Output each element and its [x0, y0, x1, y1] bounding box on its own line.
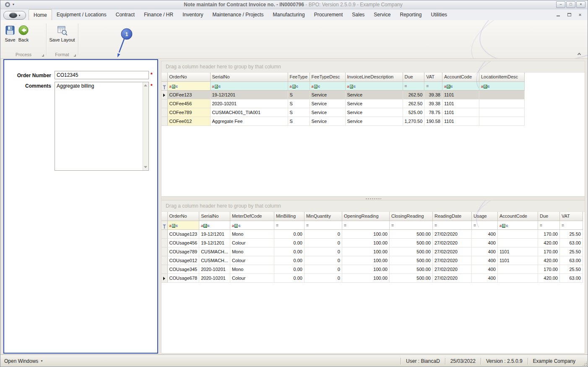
filter-cell[interactable]: aBc — [345, 81, 403, 90]
cell[interactable]: 25.50 — [559, 247, 583, 256]
cell[interactable]: 100.00 — [342, 247, 389, 256]
filter-cell[interactable]: = — [274, 221, 304, 229]
cell[interactable]: COUsage678 — [167, 273, 199, 282]
open-windows-button[interactable]: Open Windows ▾ — [0, 355, 47, 367]
cell[interactable]: 400 — [471, 265, 497, 273]
cell[interactable]: CUSMACH001_TIA001 — [210, 108, 288, 117]
scroll-up-icon[interactable] — [144, 84, 147, 86]
grid-splitter[interactable] — [161, 196, 585, 200]
tab-inventory[interactable]: Inventory — [178, 9, 208, 20]
cell[interactable]: 1101 — [442, 117, 479, 125]
cell[interactable]: S — [288, 117, 310, 125]
cell[interactable]: Aggregate Fee — [210, 117, 288, 125]
filter-cell[interactable]: aBc — [288, 81, 310, 90]
filter-cell[interactable]: aBc — [230, 221, 274, 229]
cell[interactable]: 0 — [304, 229, 342, 238]
quick-access-caret-icon[interactable]: ▾ — [13, 3, 14, 6]
minimize-button[interactable]: – — [556, 1, 565, 8]
filter-cell[interactable]: = — [559, 221, 583, 229]
cell[interactable]: Colour — [230, 256, 274, 265]
application-menu-button[interactable]: ▾ — [3, 11, 26, 20]
filter-cell[interactable]: aBc — [497, 221, 538, 229]
dialog-launcher-icon[interactable] — [74, 55, 76, 57]
cell[interactable]: 39.38 — [424, 90, 442, 99]
cell[interactable]: 500.00 — [389, 265, 432, 273]
cell[interactable]: 27/02/2020 — [432, 256, 471, 265]
column-header-readingdate[interactable]: ReadingDate — [432, 212, 471, 221]
filter-cell[interactable]: = — [424, 81, 442, 90]
cell[interactable]: S — [288, 108, 310, 117]
tab-sales[interactable]: Sales — [347, 9, 369, 20]
column-header-meterdefcode[interactable]: MeterDefCode — [230, 212, 274, 221]
cell[interactable] — [479, 108, 524, 117]
cell[interactable]: 1101 — [442, 99, 479, 108]
cell[interactable]: 39.38 — [424, 99, 442, 108]
cell[interactable]: 0 — [304, 256, 342, 265]
cell[interactable]: Mono — [230, 265, 274, 273]
cell[interactable]: 1101 — [497, 256, 538, 265]
cell[interactable]: 190.58 — [424, 117, 442, 125]
tab-reporting[interactable]: Reporting — [395, 9, 426, 20]
column-header-vat[interactable]: VAT — [424, 73, 442, 81]
filter-cell[interactable]: aBc — [310, 81, 345, 90]
cell[interactable] — [479, 90, 524, 99]
cell[interactable]: 1,270.50 — [403, 117, 424, 125]
cell[interactable]: 420.00 — [538, 273, 559, 282]
cell[interactable]: 100.00 — [342, 229, 389, 238]
back-button[interactable]: Back — [17, 23, 30, 44]
column-header-invoicelinedescription[interactable]: InvoiceLineDescription — [345, 73, 403, 81]
cell[interactable]: 25.50 — [559, 229, 583, 238]
cell[interactable] — [479, 117, 524, 125]
cell[interactable]: 2020-10201 — [210, 99, 288, 108]
cell[interactable]: 63.00 — [559, 273, 583, 282]
column-header-feetypedesc[interactable]: FeeTypeDesc — [310, 73, 345, 81]
save-layout-button[interactable]: Save Layout — [49, 23, 75, 44]
cell[interactable]: 262.50 — [403, 90, 424, 99]
column-header-serialno[interactable]: SerialNo — [210, 73, 288, 81]
cell[interactable]: Service — [345, 108, 403, 117]
column-header-closingreading[interactable]: ClosingReading — [389, 212, 432, 221]
cell[interactable]: Service — [345, 117, 403, 125]
cell[interactable]: COFee012 — [167, 117, 210, 125]
filter-cell[interactable]: aBc — [199, 221, 230, 229]
cell[interactable]: 1101 — [442, 90, 479, 99]
filter-cell[interactable]: aBc — [167, 81, 210, 90]
filter-cell[interactable]: = — [471, 221, 497, 229]
filter-cell[interactable]: = — [304, 221, 342, 229]
column-header-locationitemdesc[interactable]: LocationItemDesc — [479, 73, 524, 81]
cell[interactable]: 63.00 — [559, 256, 583, 265]
mdi-restore-button[interactable] — [566, 12, 572, 18]
cell[interactable] — [497, 265, 538, 273]
cell[interactable]: COUsage123 — [167, 229, 199, 238]
tab-home[interactable]: Home — [29, 9, 52, 20]
cell[interactable]: 400 — [471, 256, 497, 265]
cell[interactable] — [497, 273, 538, 282]
tab-contract[interactable]: Contract — [111, 9, 139, 20]
cell[interactable]: 19-12/1201 — [199, 238, 230, 247]
save-button[interactable]: Save — [3, 23, 17, 44]
cell[interactable]: Mono — [230, 247, 274, 256]
filter-cell[interactable]: = — [389, 221, 432, 229]
cell[interactable]: COUsage012 — [167, 256, 199, 265]
cell[interactable]: 0.00 — [274, 273, 304, 282]
cell[interactable]: 27/02/2020 — [432, 247, 471, 256]
cell[interactable]: 420.00 — [538, 256, 559, 265]
tab-equipment-locations[interactable]: Equipment / Locations — [52, 9, 111, 20]
cell[interactable]: Service — [310, 90, 345, 99]
column-header-usage[interactable]: Usage — [471, 212, 497, 221]
tab-finance-hr[interactable]: Finance / HR — [139, 9, 178, 20]
cell[interactable]: COFee789 — [167, 108, 210, 117]
cell[interactable]: 0 — [304, 265, 342, 273]
cell[interactable]: CUSMACH... — [199, 256, 230, 265]
cell[interactable]: 100.00 — [342, 238, 389, 247]
cell[interactable]: Service — [310, 117, 345, 125]
cell[interactable]: 0 — [304, 247, 342, 256]
cell[interactable] — [479, 99, 524, 108]
cell[interactable]: 0.00 — [274, 247, 304, 256]
cell[interactable]: 170.00 — [538, 229, 559, 238]
cell[interactable]: COFee456 — [167, 99, 210, 108]
cell[interactable]: 100.00 — [342, 273, 389, 282]
column-header-minquantity[interactable]: MinQuantity — [304, 212, 342, 221]
mdi-minimize-button[interactable] — [555, 12, 561, 18]
cell[interactable]: 19-12/1201 — [210, 90, 288, 99]
